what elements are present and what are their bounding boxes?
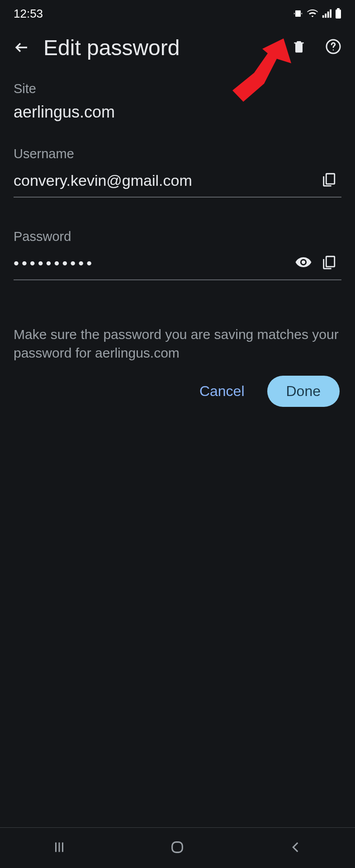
- done-button[interactable]: Done: [267, 376, 340, 407]
- copy-username-button[interactable]: [316, 168, 341, 193]
- site-label: Site: [14, 81, 341, 96]
- signal-icon: [322, 9, 331, 19]
- wifi-icon: [307, 8, 318, 19]
- show-password-button[interactable]: [291, 250, 316, 276]
- copy-password-button[interactable]: [316, 250, 341, 276]
- password-field: Password ••••••••••: [14, 229, 341, 280]
- nav-back-button[interactable]: [282, 835, 309, 862]
- svg-rect-6: [326, 256, 334, 267]
- status-bar: 12:53: [0, 0, 355, 27]
- status-right: [293, 8, 341, 19]
- button-row: Cancel Done: [14, 376, 341, 407]
- password-label: Password: [14, 229, 341, 244]
- chevron-left-icon: [288, 840, 303, 857]
- nav-home-button[interactable]: [164, 835, 191, 862]
- username-input[interactable]: [14, 170, 316, 191]
- battery-icon: [335, 8, 341, 19]
- back-button[interactable]: [9, 35, 34, 60]
- home-icon: [170, 840, 185, 857]
- status-time: 12:53: [14, 7, 43, 21]
- cancel-button[interactable]: Cancel: [190, 377, 254, 406]
- svg-rect-1: [337, 8, 340, 9]
- help-button[interactable]: [321, 35, 346, 60]
- help-icon: [325, 38, 341, 57]
- svg-point-3: [333, 49, 334, 50]
- copy-icon: [321, 171, 336, 190]
- app-bar: Edit password: [0, 27, 355, 68]
- svg-rect-0: [336, 9, 341, 19]
- password-input[interactable]: ••••••••••: [14, 251, 291, 276]
- trash-icon: [292, 38, 306, 57]
- eye-icon: [295, 254, 312, 273]
- svg-rect-5: [326, 174, 334, 184]
- nav-bar: [0, 827, 355, 868]
- vibrate-icon: [293, 8, 303, 19]
- recents-icon: [51, 839, 67, 857]
- delete-button[interactable]: [286, 35, 312, 60]
- nav-recents-button[interactable]: [46, 835, 73, 862]
- svg-rect-7: [172, 842, 183, 852]
- username-label: Username: [14, 146, 341, 161]
- copy-icon: [321, 254, 336, 273]
- site-field: Site aerlingus.com: [14, 81, 341, 122]
- username-field: Username: [14, 146, 341, 198]
- hint-text: Make sure the password you are saving ma…: [14, 326, 341, 362]
- page-title: Edit password: [43, 35, 180, 60]
- site-value: aerlingus.com: [14, 103, 341, 122]
- content: Site aerlingus.com Username Password •••…: [0, 68, 355, 407]
